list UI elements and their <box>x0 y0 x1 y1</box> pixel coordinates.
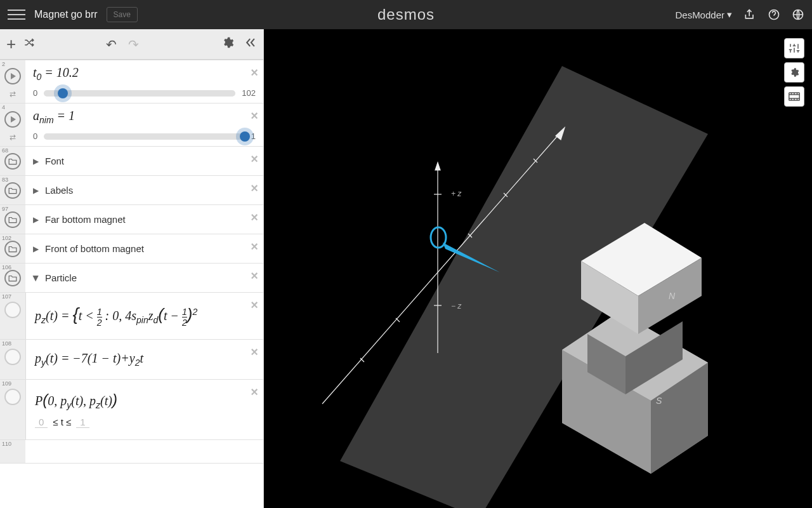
slider-row: 4 ⇄ × anim = 1 0 1 <box>0 104 263 147</box>
folder-icon[interactable] <box>4 270 21 286</box>
line-number: 102 <box>2 235 11 241</box>
delete-expression-button[interactable]: × <box>251 109 258 123</box>
folder-icon[interactable] <box>4 241 21 257</box>
folder-caret-icon[interactable]: ▶ <box>33 215 39 224</box>
expression-row[interactable]: 110 <box>0 440 263 464</box>
help-icon[interactable] <box>768 8 780 21</box>
settings-icon[interactable] <box>221 36 234 52</box>
slider-expression[interactable]: anim = 1 <box>33 109 256 125</box>
folder-caret-icon[interactable]: ▶ <box>32 275 41 281</box>
language-icon[interactable] <box>792 8 804 21</box>
share-icon[interactable] <box>743 8 756 21</box>
delete-expression-button[interactable]: × <box>251 152 258 166</box>
line-number: 107 <box>2 293 11 300</box>
redo-button: ↷ <box>128 37 139 52</box>
delete-expression-button[interactable]: × <box>251 298 258 312</box>
loop-mode-icon[interactable]: ⇄ <box>10 133 16 142</box>
folder-row[interactable]: 102 × ▶ Front of bottom magnet <box>0 234 263 264</box>
line-number: 2 <box>2 61 5 67</box>
line-number: 97 <box>2 206 8 212</box>
folder-row[interactable]: 97 × ▶ Far bottom magnet <box>0 205 263 234</box>
delete-expression-button[interactable]: × <box>251 345 258 359</box>
collapse-panel-icon[interactable] <box>244 36 257 52</box>
folder-row[interactable]: 68 × ▶ Font <box>0 147 263 176</box>
line-number: 83 <box>2 177 8 183</box>
slider-min[interactable]: 0 <box>33 131 37 141</box>
folder-row[interactable]: 83 × ▶ Labels <box>0 176 263 205</box>
expression-style-button[interactable] <box>4 349 21 365</box>
play-button[interactable] <box>4 68 21 84</box>
chevron-down-icon: ▾ <box>727 9 732 20</box>
delete-expression-button[interactable]: × <box>251 239 258 254</box>
line-number: 106 <box>2 264 11 271</box>
save-button[interactable]: Save <box>107 7 138 22</box>
folder-label[interactable]: Labels <box>45 185 73 196</box>
pole-label-s: S <box>656 396 662 406</box>
graph-gear-button[interactable] <box>784 62 804 83</box>
slider-thumb[interactable] <box>58 88 68 98</box>
folder-label[interactable]: Front of bottom magnet <box>45 243 144 254</box>
slider-thumb[interactable] <box>240 131 250 142</box>
delete-expression-button[interactable]: × <box>251 269 258 283</box>
folder-icon[interactable] <box>4 182 21 199</box>
delete-expression-button[interactable]: × <box>251 385 258 399</box>
play-button[interactable] <box>4 111 21 128</box>
expression-row[interactable]: 107 × pz(t) = {t < 12 : 0, 4spinzd(t − 1… <box>0 293 263 340</box>
pole-label-n: N <box>669 291 676 301</box>
slider-max[interactable]: 102 <box>242 88 256 98</box>
delete-expression-button[interactable]: × <box>251 181 258 196</box>
graph-settings-button[interactable] <box>784 38 804 58</box>
folder-row[interactable]: 106 × ▶ Particle <box>0 264 263 293</box>
folder-caret-icon[interactable]: ▶ <box>33 157 39 166</box>
desmos-logo: desmos <box>377 6 435 23</box>
slider-max[interactable]: 1 <box>251 131 256 141</box>
line-number: 109 <box>2 380 11 387</box>
folder-label[interactable]: Font <box>45 156 64 166</box>
shuffle-icon[interactable] <box>23 37 35 51</box>
loop-mode-icon[interactable]: ⇄ <box>10 90 16 98</box>
folder-icon[interactable] <box>4 211 21 228</box>
slider-min[interactable]: 0 <box>33 88 37 98</box>
expression-style-button[interactable] <box>4 389 21 405</box>
magnet-geometry <box>562 223 708 474</box>
axis-label-z-neg: − z <box>451 302 462 311</box>
expression-row[interactable]: 108 × py(t) = −7(1 − t)+y2t <box>0 340 263 380</box>
line-number: 110 <box>2 441 11 447</box>
graph-title[interactable]: Magnet go brr <box>34 9 98 20</box>
line-number: 68 <box>2 147 8 154</box>
expression-row[interactable]: 109 × P(0, py(t), pz(t)) 0≤ t ≤1 <box>0 380 263 440</box>
expression-latex[interactable]: P(0, py(t), pz(t)) <box>35 391 254 410</box>
add-expression-button[interactable]: + <box>6 34 16 54</box>
svg-marker-3 <box>435 163 440 170</box>
slider-expression[interactable]: t0 = 10.2 <box>33 65 256 82</box>
axis-label-z-pos: + z <box>451 189 462 198</box>
account-menu[interactable]: DesModder ▾ <box>675 9 732 20</box>
svg-line-9 <box>396 318 400 322</box>
expression-latex[interactable]: py(t) = −7(1 − t)+y2t <box>35 351 254 368</box>
expression-style-button[interactable] <box>4 302 21 318</box>
folder-label[interactable]: Far bottom magnet <box>45 214 126 225</box>
slider-row: 2 ⇄ × t0 = 10.2 0 102 <box>0 60 263 104</box>
slider-track[interactable] <box>44 133 245 140</box>
expression-latex[interactable]: pz(t) = {t < 12 : 0, 4spinzd(t − 12)2 <box>35 304 254 328</box>
folder-caret-icon[interactable]: ▶ <box>33 186 39 195</box>
parametric-domain[interactable]: 0≤ t ≤1 <box>35 417 254 428</box>
undo-button[interactable]: ↶ <box>106 37 117 52</box>
folder-label[interactable]: Particle <box>45 272 77 283</box>
delete-expression-button[interactable]: × <box>251 210 258 225</box>
folder-caret-icon[interactable]: ▶ <box>33 244 39 253</box>
line-number: 4 <box>2 104 5 110</box>
slider-track[interactable] <box>44 90 235 97</box>
delete-expression-button[interactable]: × <box>251 65 258 80</box>
line-number: 108 <box>2 340 11 347</box>
menu-icon[interactable] <box>8 6 25 23</box>
graph-viewport[interactable]: + z − z N S <box>264 29 812 508</box>
folder-icon[interactable] <box>4 153 21 170</box>
video-creator-button[interactable] <box>784 86 804 107</box>
expression-panel: + ↶ ↷ 2 ⇄ × t0 = 1 <box>0 29 264 508</box>
